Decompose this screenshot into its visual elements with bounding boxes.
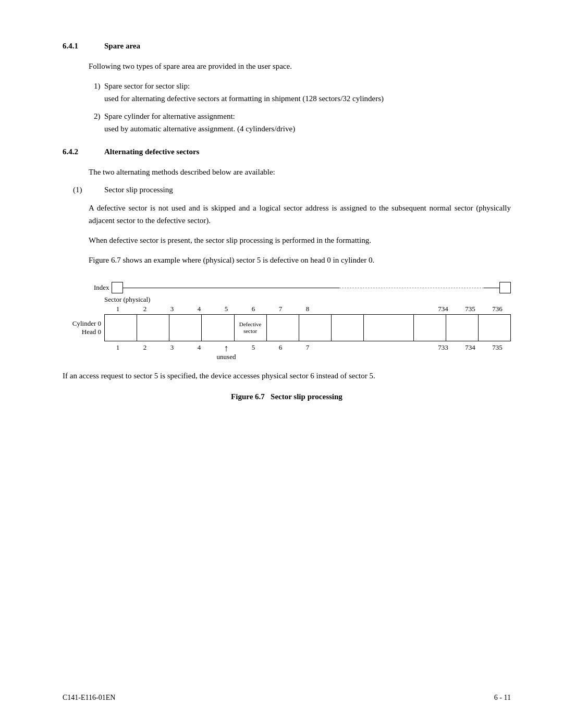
bot-num-734b: 734 <box>457 343 484 352</box>
cell-2 <box>137 315 169 341</box>
list-item-2: 2) Spare cylinder for alternative assign… <box>89 110 511 135</box>
cell-dots <box>364 315 414 341</box>
bot-num-arrow: ↑ <box>213 343 240 353</box>
top-num-735: 735 <box>457 305 484 313</box>
section-642-heading: 6.4.2 Alternating defective sectors <box>63 147 511 156</box>
figure-caption: Figure 6.7 Sector slip processing <box>63 392 511 401</box>
head-label: Head 0 <box>82 328 101 341</box>
cylinder-label: Cylinder 0 <box>72 314 101 328</box>
figure-container: Index Sector (physical) 1 2 3 4 5 6 7 8 <box>63 282 511 412</box>
figure-caption-num: Figure 6.7 <box>231 392 265 401</box>
section-642-para2: A defective sector is not used and is sk… <box>89 202 511 227</box>
bot-num-3: 3 <box>158 343 186 352</box>
footer-left: C141-E116-01EN <box>63 694 115 702</box>
cell-736 <box>478 315 510 341</box>
cell-734 <box>413 315 446 341</box>
section-642-para4: Figure 6.7 shows an example where (physi… <box>89 254 511 266</box>
section-642-title: Alternating defective sectors <box>104 147 199 156</box>
figure-caption-text: Sector slip processing <box>271 392 342 401</box>
bot-num-733: 733 <box>430 343 457 352</box>
top-num-1: 1 <box>104 305 131 313</box>
section-641-heading: 6.4.1 Spare area <box>63 42 511 51</box>
bot-num-7: 7 <box>294 343 321 352</box>
top-num-2: 2 <box>131 305 158 313</box>
section-642-para1: The two alternating methods described be… <box>89 166 511 178</box>
bot-num-4: 4 <box>186 343 213 352</box>
unused-row: unused <box>104 353 511 361</box>
grid-row: Defectivesector <box>105 315 511 341</box>
top-num-3: 3 <box>158 305 186 313</box>
list-content-1: Spare sector for sector slip: used for a… <box>104 80 384 105</box>
index-box-right <box>499 282 511 293</box>
footer: C141-E116-01EN 6 - 11 <box>0 694 563 702</box>
grid-table: Defectivesector <box>104 314 511 341</box>
cell-3 <box>169 315 202 341</box>
section-642-para3: When defective sector is present, the se… <box>89 234 511 246</box>
index-line-dotted <box>339 288 484 288</box>
top-num-5: 5 <box>213 305 240 313</box>
cell-5-defective: Defectivesector <box>234 315 266 341</box>
bot-num-6: 6 <box>267 343 294 352</box>
cell-7 <box>299 315 331 341</box>
section-642: 6.4.2 Alternating defective sectors The … <box>63 147 511 266</box>
page: 6.4.1 Spare area Following two types of … <box>0 0 563 728</box>
numbered-item-1-label: Sector slip processing <box>104 186 173 194</box>
top-num-dots <box>321 305 430 313</box>
section-641-para1: Following two types of spare area are pr… <box>89 60 511 72</box>
bot-num-735b: 735 <box>484 343 511 352</box>
section-641-title: Spare area <box>104 42 140 51</box>
access-para: If an access request to sector 5 is spec… <box>63 369 375 382</box>
left-labels: Cylinder 0 Head 0 <box>63 314 104 341</box>
unused-spacer-1 <box>104 353 131 361</box>
index-box-left <box>112 282 123 293</box>
unused-spacer-3 <box>158 353 186 361</box>
diagram: Index Sector (physical) 1 2 3 4 5 6 7 8 <box>63 282 511 361</box>
cell-4 <box>202 315 234 341</box>
list-num-1: 1) <box>89 80 104 105</box>
index-label: Index <box>94 283 109 292</box>
arrow-up-icon: ↑ <box>224 343 229 353</box>
index-spacer <box>484 288 499 288</box>
bot-num-2: 2 <box>131 343 158 352</box>
index-row: Index <box>94 282 511 293</box>
top-num-7: 7 <box>267 305 294 313</box>
list-content-2: Spare cylinder for alternative assignmen… <box>104 110 295 135</box>
unused-spacer-2 <box>131 353 158 361</box>
bot-num-1: 1 <box>104 343 131 352</box>
cell-8 <box>331 315 363 341</box>
cell-1 <box>105 315 137 341</box>
unused-spacer-4 <box>186 353 213 361</box>
top-num-8: 8 <box>294 305 321 313</box>
top-num-4: 4 <box>186 305 213 313</box>
grid-area: Cylinder 0 Head 0 Defectivesector <box>63 314 511 341</box>
section-641-number: 6.4.1 <box>63 42 89 51</box>
top-num-734: 734 <box>430 305 457 313</box>
list-num-2: 2) <box>89 110 104 135</box>
sector-physical-label: Sector (physical) <box>104 295 150 304</box>
top-num-736: 736 <box>484 305 511 313</box>
unused-label: unused <box>213 353 240 361</box>
top-numbers-row: 1 2 3 4 5 6 7 8 734 735 736 <box>104 305 511 313</box>
footer-right: 6 - 11 <box>494 694 511 702</box>
cell-735 <box>446 315 478 341</box>
numbered-item-1-num: (1) <box>63 186 104 194</box>
cell-6 <box>266 315 299 341</box>
section-642-number: 6.4.2 <box>63 147 89 156</box>
top-num-6: 6 <box>240 305 267 313</box>
bot-num-5: 5 <box>240 343 267 352</box>
index-line-solid <box>123 288 339 288</box>
numbered-item-1: (1) Sector slip processing <box>63 186 511 194</box>
bottom-numbers-row: 1 2 3 4 ↑ 5 6 7 733 734 735 <box>104 343 511 353</box>
sector-physical-row: Sector (physical) <box>104 295 511 304</box>
section-641: 6.4.1 Spare area Following two types of … <box>63 42 511 135</box>
list-item-1: 1) Spare sector for sector slip: used fo… <box>89 80 511 105</box>
